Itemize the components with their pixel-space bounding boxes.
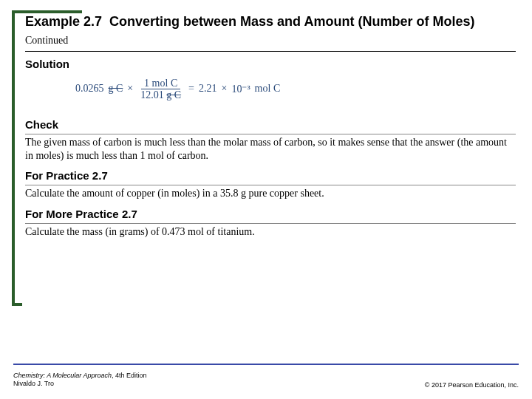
footer-author: Nivaldo J. Tro (13, 380, 147, 389)
example-title: Example 2.7 Converting between Mass and … (25, 13, 516, 30)
practice-rule (25, 185, 516, 185)
for-more-practice-heading: For More Practice 2.7 (25, 208, 516, 220)
eq-lhs-value: 0.0265 (75, 83, 104, 95)
eq-den-unit: g C (166, 89, 181, 100)
example-title-text: Converting between Mass and Amount (Numb… (109, 13, 474, 30)
for-practice-heading: For Practice 2.7 (25, 169, 516, 182)
example-number: Example 2.7 (25, 13, 102, 30)
footer-copyright: © 2017 Pearson Education, Inc. (425, 381, 519, 389)
footer-edition: , 4th Edition (112, 372, 147, 379)
eq-lhs-unit: g C (109, 83, 123, 95)
eq-equals: = (188, 83, 194, 95)
title-rule (25, 51, 516, 52)
eq-rhs-exp: 10⁻³ (231, 83, 250, 95)
check-heading: Check (25, 118, 516, 131)
solution-heading: Solution (25, 58, 516, 70)
solution-equation: 0.0265 g C × 1 mol C 12.01 g C = 2.21 × … (75, 78, 516, 101)
practice-text: Calculate the amount of copper (in moles… (25, 187, 516, 200)
footer-book: Chemistry: A Molecular Approach, 4th Edi… (13, 372, 147, 389)
eq-times: × (127, 83, 133, 95)
more-practice-rule (25, 223, 516, 224)
slide-content: Example 2.7 Converting between Mass and … (0, 0, 532, 238)
example-bracket (12, 10, 22, 306)
footer-book-title: Chemistry: A Molecular Approach (13, 372, 112, 379)
eq-num-unit: mol C (152, 78, 178, 89)
eq-fraction: 1 mol C 12.01 g C (137, 78, 184, 101)
slide-footer: Chemistry: A Molecular Approach, 4th Edi… (13, 372, 519, 389)
eq-rhs-mantissa: 2.21 (199, 83, 217, 95)
more-practice-text: Calculate the mass (in grams) of 0.473 m… (25, 225, 516, 239)
footer-rule (13, 364, 519, 365)
eq-rhs-unit: mol C (255, 83, 281, 95)
check-rule (25, 134, 516, 134)
eq-rhs-times: × (222, 83, 228, 95)
eq-num-value: 1 (144, 78, 149, 89)
eq-den-value: 12.01 (140, 89, 164, 100)
check-text: The given mass of carbon is much less th… (25, 136, 516, 162)
continued-label: Continued (25, 35, 516, 47)
